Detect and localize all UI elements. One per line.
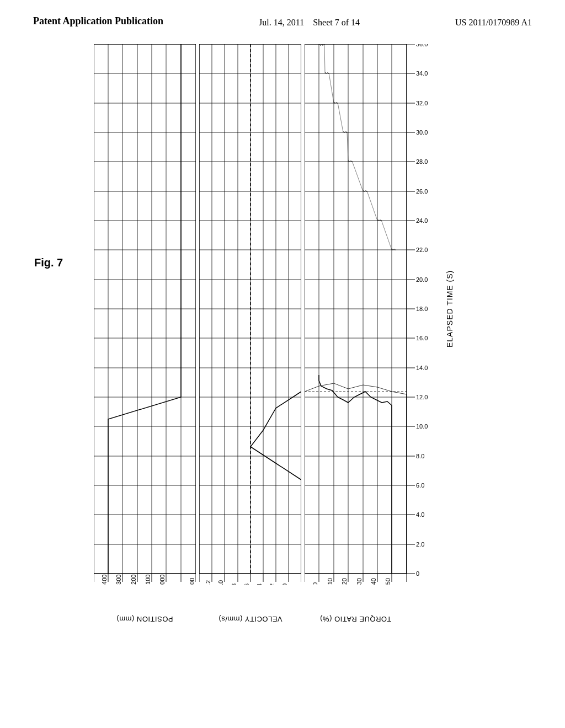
svg-text:1400: 1400 xyxy=(101,575,108,585)
svg-text:900: 900 xyxy=(189,578,195,585)
svg-text:12: 12 xyxy=(205,580,211,585)
velocity-chart-svg: 14 12 10 8 6 4 2 0 xyxy=(199,44,301,585)
figure-label: Fig. 7 xyxy=(34,256,63,269)
svg-text:0: 0 xyxy=(416,570,419,577)
svg-text:6: 6 xyxy=(243,584,250,585)
torque-chart: 10 0 -10 -20 -30 -40 -50 xyxy=(305,44,429,623)
svg-text:1200: 1200 xyxy=(130,575,137,585)
svg-text:-50: -50 xyxy=(385,578,391,585)
publication-title: Patent Application Publication xyxy=(33,15,163,27)
svg-text:2.0: 2.0 xyxy=(416,541,424,548)
svg-text:-40: -40 xyxy=(370,578,377,585)
publication-date: Jul. 14, 2011 Sheet 7 of 14 xyxy=(259,15,360,28)
velocity-chart: 14 12 10 8 6 4 2 0 VELOCITY (mm/s) xyxy=(199,44,301,623)
svg-text:1000: 1000 xyxy=(159,575,166,585)
svg-text:8: 8 xyxy=(231,584,237,585)
svg-text:34.0: 34.0 xyxy=(416,70,428,77)
svg-text:10: 10 xyxy=(217,580,224,585)
position-chart: 1500 1400 1300 1200 1100 1000 900 POSITI… xyxy=(94,44,196,623)
svg-text:-30: -30 xyxy=(356,578,363,585)
svg-text:12.0: 12.0 xyxy=(416,394,428,400)
svg-text:0: 0 xyxy=(312,582,318,585)
patent-number: US 2011/0170989 A1 xyxy=(455,15,532,28)
svg-text:2: 2 xyxy=(269,584,275,585)
svg-text:0: 0 xyxy=(281,584,288,585)
svg-text:6.0: 6.0 xyxy=(416,482,424,489)
svg-text:1300: 1300 xyxy=(115,575,122,585)
svg-text:36.0: 36.0 xyxy=(416,44,428,47)
position-xaxis-label: POSITION (mm) xyxy=(116,615,173,623)
svg-text:32.0: 32.0 xyxy=(416,100,428,106)
svg-text:30.0: 30.0 xyxy=(416,129,428,136)
svg-text:14.0: 14.0 xyxy=(416,365,428,371)
elapsed-time-label: ELAPSED TIME (S) xyxy=(445,44,454,574)
svg-text:20.0: 20.0 xyxy=(416,276,428,283)
torque-xaxis-label: TORQUE RATIO (%) xyxy=(305,615,407,623)
svg-text:24.0: 24.0 xyxy=(416,217,428,224)
svg-text:4: 4 xyxy=(256,584,263,585)
svg-text:-20: -20 xyxy=(341,578,348,585)
svg-text:18.0: 18.0 xyxy=(416,306,428,312)
torque-chart-svg: 10 0 -10 -20 -30 -40 -50 xyxy=(305,44,429,585)
svg-text:16.0: 16.0 xyxy=(416,335,428,341)
svg-text:4.0: 4.0 xyxy=(416,511,424,518)
page-header: Patent Application Publication Jul. 14, … xyxy=(0,0,565,28)
svg-text:26.0: 26.0 xyxy=(416,188,428,195)
svg-text:22.0: 22.0 xyxy=(416,247,428,253)
svg-text:1100: 1100 xyxy=(145,575,151,585)
velocity-xaxis-label: VELOCITY (mm/s) xyxy=(218,615,282,623)
position-chart-svg: 1500 1400 1300 1200 1100 1000 900 xyxy=(94,44,196,585)
svg-text:8.0: 8.0 xyxy=(416,453,424,459)
svg-text:-10: -10 xyxy=(327,578,333,585)
svg-text:10.0: 10.0 xyxy=(416,423,428,430)
svg-text:28.0: 28.0 xyxy=(416,158,428,165)
